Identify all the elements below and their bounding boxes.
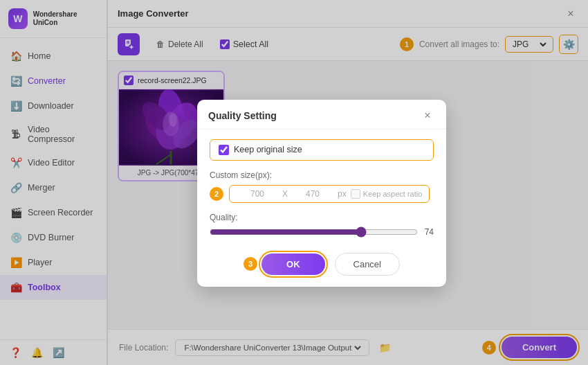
cancel-button[interactable]: Cancel (335, 253, 400, 276)
keep-aspect-checkbox[interactable] (351, 189, 360, 199)
sidebar-item-video-editor[interactable]: ✂️ Video Editor (0, 150, 107, 175)
badge-2: 2 (210, 187, 223, 201)
merger-icon: 🔗 (10, 181, 22, 194)
sidebar-item-home[interactable]: 🏠 Home (0, 44, 107, 69)
quality-slider-row: 74 (210, 226, 434, 238)
ok-button[interactable]: OK (261, 253, 325, 275)
badge-4: 4 (482, 341, 496, 355)
dialog-title: Quality Setting (208, 110, 277, 121)
toolbar: 🗑 Delete All Select All 1 Convert all im… (108, 28, 588, 61)
sidebar-item-screen-recorder[interactable]: 🎬 Screen Recorder (0, 200, 107, 225)
custom-size-inputs: X px Keep aspect ratio (229, 185, 430, 203)
file-checkbox[interactable] (124, 75, 134, 85)
quality-value: 74 (425, 227, 434, 237)
badge-1: 1 (400, 37, 414, 51)
browse-folder-button[interactable]: 📁 (379, 342, 391, 353)
sidebar-item-player[interactable]: ▶️ Player (0, 250, 107, 275)
select-all-checkbox[interactable] (220, 39, 230, 49)
svg-point-14 (169, 114, 177, 127)
dialog-close-button[interactable]: × (420, 108, 435, 123)
sidebar-label-converter: Converter (28, 76, 66, 86)
select-all-label: Select All (233, 39, 268, 49)
sidebar-item-downloader[interactable]: ⬇️ Downloader (0, 94, 107, 118)
aspect-ratio-check: Keep aspect ratio (351, 189, 423, 199)
window-close-button[interactable]: × (563, 6, 578, 21)
badge-3: 3 (244, 257, 257, 271)
format-settings-button[interactable]: ⚙️ (559, 35, 578, 54)
custom-size-label: Custom size(px): (210, 170, 434, 180)
sidebar: W Wondershare UniCon 🏠 Home 🔄 Converter … (0, 0, 107, 365)
dvd-burner-icon: 💿 (10, 231, 22, 244)
export-icon[interactable]: ↗️ (53, 347, 64, 358)
delete-all-label: Delete All (168, 39, 203, 49)
sidebar-label-toolbox: Toolbox (28, 283, 61, 292)
window-title: Image Converter (118, 8, 189, 19)
dialog-titlebar: Quality Setting × (197, 100, 446, 130)
sidebar-item-video-compressor[interactable]: 🗜 Video Compressor (0, 118, 107, 150)
quality-row: Quality: 74 (210, 213, 434, 238)
sidebar-nav: 🏠 Home 🔄 Converter ⬇️ Downloader 🗜 Video… (0, 38, 107, 339)
dialog-body: Keep original size Custom size(px): 2 X … (197, 130, 446, 250)
custom-size-row: Custom size(px): 2 X px Keep aspect rati… (210, 170, 434, 203)
convert-button-wrapper: 4 Convert (482, 337, 577, 358)
sidebar-label-video-compressor: Video Compressor (28, 125, 97, 144)
size-x-label: X (282, 189, 288, 199)
sidebar-label-screen-recorder: Screen Recorder (28, 208, 93, 217)
sidebar-item-dvd-burner[interactable]: 💿 DVD Burner (0, 225, 107, 250)
convert-all-label: Convert all images to: (419, 39, 499, 49)
sidebar-item-merger[interactable]: 🔗 Merger (0, 175, 107, 200)
keep-original-wrapper: Keep original size (210, 139, 434, 161)
quality-label: Quality: (210, 213, 238, 222)
format-select-wrapper: JPG PNG BMP WEBP TIFF (505, 36, 553, 53)
sidebar-label-home: Home (28, 51, 50, 61)
file-location-select-wrapper: F:\Wondershare UniConverter 13\Image Out… (175, 339, 369, 356)
sidebar-label-dvd-burner: DVD Burner (28, 233, 74, 242)
app-logo: W Wondershare UniCon (0, 0, 107, 38)
footer: File Location: F:\Wondershare UniConvert… (108, 329, 588, 365)
delete-all-button[interactable]: 🗑 Delete All (151, 37, 209, 52)
custom-size-inputs-wrapper: 2 X px Keep aspect ratio (210, 185, 434, 203)
px-label: px (338, 189, 347, 199)
file-location-label: File Location: (119, 343, 168, 353)
logo-text: Wondershare UniCon (33, 10, 98, 27)
help-icon[interactable]: ❓ (10, 347, 21, 358)
file-name: record-screen22.JPG (138, 76, 207, 84)
dialog-footer: 3 OK Cancel (197, 250, 446, 287)
notification-icon[interactable]: 🔔 (31, 347, 43, 358)
player-icon: ▶️ (10, 256, 22, 269)
keep-original-row: Keep original size (210, 139, 434, 161)
video-compressor-icon: 🗜 (10, 128, 22, 141)
file-location-select[interactable]: F:\Wondershare UniConverter 13\Image Out… (181, 343, 363, 353)
keep-original-checkbox[interactable] (219, 145, 229, 155)
main-content: Image Converter × 🗑 Delete All (107, 0, 588, 365)
file-header: record-screen22.JPG (119, 72, 223, 89)
select-all-checkbox-label[interactable]: Select All (220, 39, 268, 49)
quality-setting-dialog: Quality Setting × Keep original size Cus… (197, 100, 446, 287)
converter-icon: 🔄 (10, 75, 22, 87)
sidebar-label-player: Player (28, 258, 52, 267)
convert-button[interactable]: Convert (502, 337, 577, 358)
format-select[interactable]: JPG PNG BMP WEBP TIFF (510, 39, 549, 50)
video-editor-icon: ✂️ (10, 157, 22, 169)
keep-aspect-label: Keep aspect ratio (363, 190, 423, 198)
height-input[interactable] (292, 189, 333, 199)
sidebar-item-converter[interactable]: 🔄 Converter (0, 69, 107, 94)
logo-icon: W (8, 8, 28, 29)
ok-button-wrapper: 3 OK (244, 253, 325, 276)
sidebar-label-downloader: Downloader (28, 101, 74, 111)
sidebar-item-toolbox[interactable]: 🧰 Toolbox (0, 275, 107, 300)
downloader-icon: ⬇️ (10, 100, 22, 112)
toolbar-right: 1 Convert all images to: JPG PNG BMP WEB… (400, 35, 578, 54)
window-titlebar: Image Converter × (108, 0, 588, 28)
sidebar-bottom: ❓ 🔔 ↗️ (0, 339, 107, 365)
keep-original-label: Keep original size (234, 145, 302, 154)
screen-recorder-icon: 🎬 (10, 206, 22, 219)
add-files-button[interactable] (118, 33, 140, 55)
sidebar-label-video-editor: Video Editor (28, 158, 75, 168)
toolbox-icon: 🧰 (10, 281, 22, 294)
quality-slider[interactable] (210, 226, 418, 238)
width-input[interactable] (237, 189, 278, 199)
delete-icon: 🗑 (156, 39, 165, 49)
sidebar-label-merger: Merger (28, 183, 55, 193)
home-icon: 🏠 (10, 50, 22, 62)
